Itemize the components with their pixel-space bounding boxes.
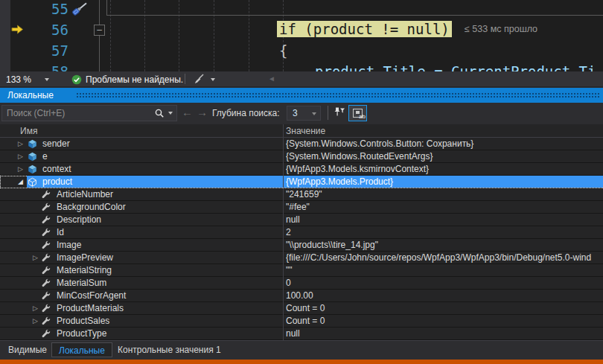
object-cube-icon (28, 139, 37, 151)
object-cube-icon (28, 177, 37, 189)
vs-debugger-window: 55 56 57 58 – if (product != null) ≤ 533… (0, 0, 603, 364)
expand-arrow-icon[interactable]: ▷ (33, 304, 38, 312)
outlining-margin-line (99, 0, 100, 71)
code-cleanup-broom-icon[interactable] (193, 74, 205, 88)
variable-name: MaterialSum (57, 278, 106, 288)
indent-guide (214, 0, 214, 71)
variable-name: ProductSales (57, 316, 109, 326)
tab-locals[interactable]: Локальные (51, 342, 112, 357)
variable-value: 2 (286, 227, 602, 237)
pin-values-button[interactable] (332, 106, 347, 121)
table-row[interactable]: MaterialSum0 (0, 277, 603, 290)
variable-value: 100.00 (286, 290, 602, 301)
variable-name: ProductType (57, 328, 106, 339)
variable-value: "#fee" (286, 202, 602, 212)
table-row[interactable]: ▷ ProductSalesCount = 0 (0, 315, 603, 328)
table-row[interactable]: ▷ e{System.Windows.RoutedEventArgs} (0, 150, 603, 163)
variable-name: ImagePreview (57, 252, 113, 263)
perf-tip[interactable]: ≤ 533 мс прошло (465, 24, 537, 34)
current-statement-arrow-icon (11, 24, 24, 38)
table-row[interactable]: MaterialString"" (0, 264, 603, 277)
variable-name: MinCostForAgent (57, 290, 126, 301)
table-row[interactable]: BackgroundColor"#fee" (0, 201, 603, 214)
column-header-value[interactable]: Значение (286, 126, 325, 136)
table-row[interactable]: Descriptionnull (0, 214, 603, 226)
locals-rows: ▷ sender{System.Windows.Controls.Button:… (0, 138, 603, 340)
expand-arrow-icon[interactable]: ▷ (18, 165, 23, 173)
line-number: 57 (0, 42, 68, 60)
separator (185, 74, 185, 84)
chevron-down-icon[interactable] (211, 78, 215, 81)
chevron-down-icon[interactable] (45, 78, 49, 81)
table-row[interactable]: ◢ product{WpfApp3.Models.Product} (0, 176, 603, 188)
object-cube-icon (28, 165, 37, 176)
table-row[interactable]: ▷ sender{System.Windows.Controls.Button:… (0, 138, 603, 150)
table-row[interactable]: ArticleNumber"241659" (0, 188, 603, 201)
table-row[interactable]: ▷ ImagePreview{file:///C:/Users/John/sou… (0, 252, 603, 264)
property-wrench-icon (42, 329, 51, 340)
tab-autos[interactable]: Видимые (1, 342, 54, 357)
search-depth-select[interactable]: 3 (287, 106, 321, 121)
indent-guide (179, 0, 179, 71)
expand-arrow-icon[interactable]: ▷ (33, 254, 38, 261)
variable-value: "" (286, 265, 602, 275)
format-values-button[interactable]: ab (348, 105, 367, 121)
variable-name: sender (42, 138, 70, 149)
chevron-down-icon (312, 112, 316, 115)
collapse-arrow-icon[interactable]: ◢ (18, 178, 23, 185)
variable-name: Description (57, 214, 101, 225)
zoom-select[interactable]: 133 % (6, 74, 31, 85)
code-line-57: { (279, 42, 287, 60)
search-depth-label: Глубина поиска: (212, 108, 280, 118)
line-number: 56 (0, 21, 68, 39)
locals-panel-titlebar[interactable]: Локальные (0, 88, 603, 103)
variable-value: {System.Windows.Controls.Button: Сохрани… (286, 138, 602, 149)
current-statement-highlight: if (product != null) (277, 21, 452, 37)
table-row[interactable]: ProductTypenull (0, 328, 603, 340)
indent-guide (144, 0, 145, 71)
debug-status-bar (0, 360, 603, 364)
variable-value: null (286, 214, 602, 225)
search-input[interactable] (1, 105, 177, 121)
search-back-button[interactable]: ← (182, 106, 193, 118)
locals-toolbar: ← → Глубина поиска: 3 ab (0, 103, 603, 124)
column-separator[interactable] (283, 124, 284, 340)
expand-arrow-icon[interactable]: ▷ (18, 153, 23, 160)
search-forward-button[interactable]: → (197, 106, 208, 118)
property-wrench-icon (42, 291, 51, 302)
variable-value: 0 (286, 278, 602, 288)
variable-name: ProductMaterials (57, 303, 124, 313)
editor-status-bar: 133 % Проблемы не найдены. ◄ (0, 71, 603, 87)
table-row[interactable]: ▷ ProductMaterialsCount = 0 (0, 302, 603, 315)
line-number: 58 (0, 63, 68, 71)
code-editor[interactable]: 55 56 57 58 – if (product != null) ≤ 533… (0, 0, 603, 71)
code-line-56: if (product != null) (277, 20, 452, 38)
search-icon[interactable] (154, 108, 165, 121)
table-row[interactable]: MinCostForAgent100.00 (0, 290, 603, 302)
code-line-58: product.Title = CurrentProduct.Ti (315, 63, 596, 71)
expand-arrow-icon[interactable]: ▷ (18, 140, 23, 147)
variable-name: MaterialString (57, 265, 112, 275)
screwdriver-icon (71, 0, 90, 20)
table-row[interactable]: Id2 (0, 226, 603, 239)
variable-name: Id (57, 227, 64, 237)
variable-name: e (42, 151, 48, 162)
property-wrench-icon (42, 215, 51, 226)
table-row[interactable]: ▷ context{WpfApp3.Models.ksmirnovContext… (0, 163, 603, 176)
property-wrench-icon (42, 304, 51, 315)
property-wrench-icon (42, 202, 51, 214)
variable-value: {WpfApp3.Models.ksmirnovContext} (286, 164, 602, 174)
titlebar-grip[interactable] (76, 92, 601, 99)
tab-watch1[interactable]: Контрольные значения 1 (111, 342, 228, 357)
property-wrench-icon (42, 266, 51, 277)
collapse-toggle[interactable]: – (94, 25, 105, 36)
search-options-caret[interactable] (168, 112, 173, 115)
table-row[interactable]: Image"\\products\\tire_14.jpg" (0, 239, 603, 252)
property-wrench-icon (42, 316, 51, 328)
problems-status[interactable]: Проблемы не найдены. (86, 74, 183, 85)
collapsed-region-border (106, 15, 603, 16)
column-header-name[interactable]: Имя (20, 126, 37, 136)
variable-name: ArticleNumber (57, 189, 113, 199)
expand-arrow-icon[interactable]: ▷ (33, 317, 38, 325)
scrollbar-left-arrow[interactable]: ◄ (268, 74, 275, 83)
